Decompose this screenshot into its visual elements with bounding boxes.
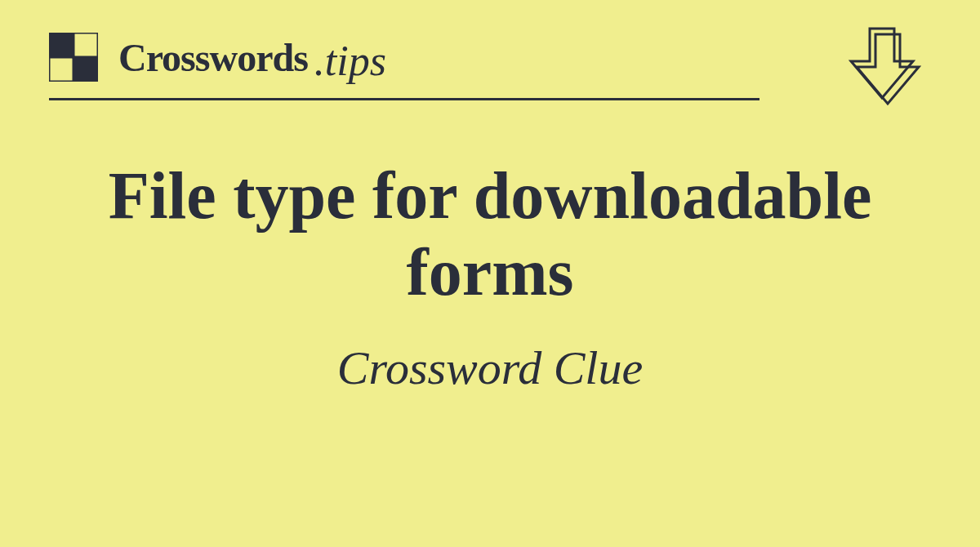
clue-subtitle: Crossword Clue xyxy=(0,340,980,395)
brand-suffix: .tips xyxy=(314,37,386,85)
svg-rect-3 xyxy=(74,57,98,82)
svg-rect-1 xyxy=(74,33,98,57)
download-arrow-icon xyxy=(841,24,923,114)
svg-rect-2 xyxy=(49,57,74,82)
crossword-logo-icon xyxy=(49,33,98,82)
brand-name: Crosswords xyxy=(118,35,308,80)
clue-title: File type for downloadable forms xyxy=(0,158,980,312)
main-content: File type for downloadable forms Crosswo… xyxy=(0,100,980,395)
header: Crosswords .tips xyxy=(0,0,980,98)
svg-rect-0 xyxy=(49,33,74,57)
